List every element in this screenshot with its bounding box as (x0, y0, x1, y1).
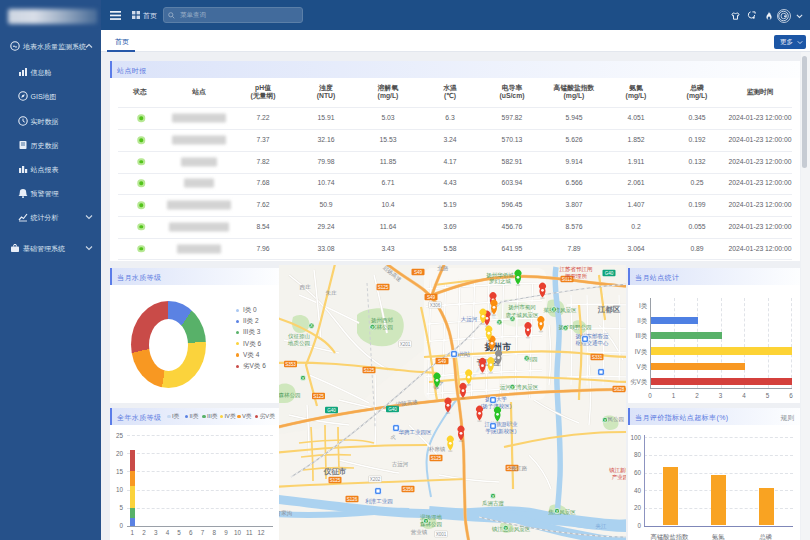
svg-text:S356: S356 (402, 487, 413, 492)
svg-text:G40: G40 (388, 407, 397, 412)
svg-text:古运河: 古运河 (391, 461, 408, 468)
svg-text:江都区: 江都区 (596, 305, 620, 314)
svg-text:S125: S125 (313, 394, 324, 399)
svg-text:G40: G40 (604, 271, 613, 276)
svg-text:S126: S126 (346, 497, 357, 502)
svg-text:产业园: 产业园 (611, 474, 625, 481)
svg-text:S125: S125 (430, 456, 441, 461)
svg-text:枢纽交通中心: 枢纽交通中心 (575, 339, 609, 346)
svg-text:扬州东部客运: 扬州东部客运 (575, 333, 609, 340)
svg-text:利淮工业园: 利淮工业园 (365, 498, 393, 505)
svg-text:木: 木 (524, 356, 528, 361)
svg-text:S331: S331 (591, 355, 602, 360)
svg-text:江苏省邗江闸: 江苏省邗江闸 (559, 266, 592, 273)
svg-text:S49: S49 (426, 295, 435, 300)
svg-text:扬州西郊: 扬州西郊 (371, 317, 394, 324)
svg-text:X001: X001 (435, 532, 446, 537)
svg-text:春江路: 春江路 (510, 465, 527, 472)
svg-text:S49: S49 (413, 270, 422, 275)
svg-text:北路: 北路 (436, 265, 449, 272)
svg-text:朱庄: 朱庄 (325, 290, 337, 296)
svg-text:华腾工业园区: 华腾工业园区 (398, 429, 432, 436)
svg-text:木: 木 (309, 323, 313, 328)
svg-text:夹江: 夹江 (595, 523, 607, 530)
svg-text:木: 木 (301, 376, 305, 381)
svg-text:朴席镇: 朴席镇 (427, 446, 445, 452)
svg-text:木: 木 (424, 519, 428, 524)
svg-text:大运河: 大运河 (460, 316, 477, 323)
svg-text:木: 木 (497, 320, 501, 325)
svg-text:S125: S125 (363, 368, 374, 373)
svg-text:X201: X201 (399, 342, 410, 347)
svg-text:G40: G40 (327, 408, 336, 413)
svg-text:木: 木 (555, 509, 559, 514)
svg-text:镇江金山风景区: 镇江金山风景区 (491, 526, 530, 533)
svg-text:木: 木 (563, 326, 567, 331)
svg-text:仪征市: 仪征市 (322, 467, 346, 476)
svg-text:S628: S628 (613, 387, 624, 392)
svg-text:铜山森林公园: 铜山森林公园 (279, 392, 301, 399)
svg-text:瓜洲古渡: 瓜洲古渡 (482, 500, 505, 507)
svg-text:木: 木 (510, 385, 514, 390)
svg-text:S125: S125 (377, 285, 388, 290)
svg-text:木: 木 (552, 307, 556, 312)
svg-text:X306: X306 (429, 303, 440, 308)
svg-text:茱萸湾风景区: 茱萸湾风景区 (543, 307, 577, 314)
svg-text:运河三湾风景区: 运河三湾风景区 (499, 384, 538, 391)
svg-text:S125: S125 (329, 478, 340, 483)
svg-text:梦幻之城: 梦幻之城 (489, 278, 512, 285)
svg-text:营业镇: 营业镇 (410, 529, 427, 536)
svg-text:木: 木 (504, 526, 508, 531)
svg-text:闸管理所: 闸管理所 (565, 273, 588, 280)
svg-text:地质公园: 地质公园 (287, 340, 310, 347)
svg-text:镇江新区: 镇江新区 (609, 467, 626, 474)
svg-text:木: 木 (603, 418, 607, 423)
svg-text:S49: S49 (437, 359, 446, 364)
svg-text:木: 木 (370, 325, 374, 330)
svg-text:焦山风景区: 焦山风景区 (548, 509, 576, 515)
svg-text:扬州市蜀冈: 扬州市蜀冈 (508, 304, 536, 311)
svg-text:木: 木 (491, 494, 495, 499)
svg-text:X202: X202 (369, 477, 380, 482)
svg-text:木: 木 (510, 316, 514, 321)
svg-text:西庄: 西庄 (299, 284, 311, 291)
svg-text:胥家沟: 胥家沟 (279, 510, 292, 517)
svg-text:仪征捺山: 仪征捺山 (288, 333, 310, 340)
svg-text:S353: S353 (285, 362, 296, 367)
